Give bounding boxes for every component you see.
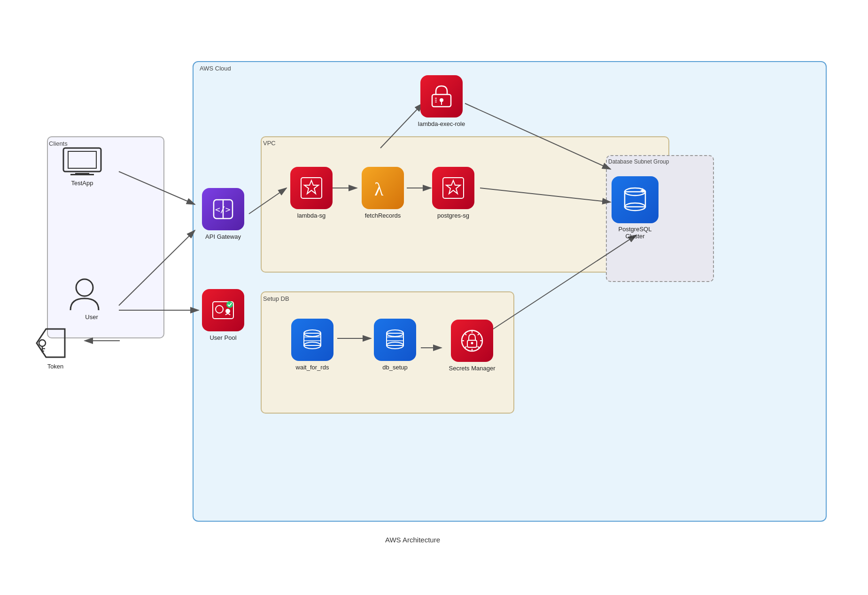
api-gateway-icon: </>: [202, 188, 244, 230]
token-node: Token: [32, 324, 70, 364]
setup-db-label: Setup DB: [263, 295, 289, 302]
architecture-diagram: AWS Cloud Clients VPC Setup DB Database …: [0, 0, 868, 595]
testapp-node: TestApp: [61, 146, 103, 180]
lambda-exec-role-icon: [420, 75, 463, 117]
user-label: User: [66, 313, 117, 321]
postgresql-cluster-icon: ✦: [612, 176, 659, 223]
db-setup-label: db_setup: [369, 364, 421, 371]
lambda-exec-role-label: lambda-exec-role: [416, 120, 467, 127]
lambda-sg-icon: [290, 167, 333, 209]
user-pool-icon: [202, 289, 244, 331]
postgres-sg-label: postgres-sg: [427, 212, 479, 219]
svg-point-45: [471, 342, 473, 344]
secrets-manager-label: Secrets Manager: [446, 365, 498, 372]
vpc-label: VPC: [263, 140, 276, 147]
svg-point-7: [39, 340, 46, 346]
svg-line-53: [465, 346, 466, 348]
svg-point-24: [440, 98, 443, 102]
fetch-records-label: fetchRecords: [357, 212, 409, 219]
svg-line-51: [478, 346, 480, 348]
svg-line-50: [465, 333, 466, 335]
postgresql-cluster-label: PostgreSQL Cluster: [609, 226, 661, 240]
svg-line-52: [478, 333, 480, 335]
api-gateway-label: API Gateway: [197, 233, 249, 240]
fetch-records-icon: λ: [362, 167, 404, 209]
svg-marker-19: [304, 180, 318, 194]
svg-point-17: [226, 301, 233, 308]
svg-rect-3: [68, 151, 96, 168]
user-node: User: [68, 277, 101, 314]
token-label: Token: [30, 363, 81, 370]
svg-text:</>: </>: [215, 204, 231, 214]
svg-point-15: [216, 305, 223, 313]
svg-rect-39: [387, 333, 403, 345]
lambda-sg-label: lambda-sg: [286, 212, 337, 219]
svg-marker-22: [446, 180, 460, 194]
user-icon: [68, 277, 101, 313]
testapp-icon: [61, 146, 103, 179]
testapp-label: TestApp: [56, 180, 108, 187]
svg-text:✦: ✦: [639, 186, 646, 196]
user-pool-label: User Pool: [197, 334, 249, 341]
svg-point-16: [225, 309, 230, 313]
db-subnet-label: Database Subnet Group: [608, 158, 669, 165]
svg-rect-34: [304, 333, 321, 345]
aws-cloud-label: AWS Cloud: [200, 65, 231, 72]
diagram-title: AWS Architecture: [385, 536, 440, 544]
db-setup-icon: [374, 319, 416, 361]
token-icon: [32, 324, 70, 362]
secrets-manager-icon: [451, 320, 493, 362]
wait-for-rds-label: wait_for_rds: [287, 364, 338, 371]
svg-rect-5: [70, 174, 94, 175]
postgres-sg-icon: [432, 167, 474, 209]
wait-for-rds-icon: [291, 319, 333, 361]
svg-point-6: [76, 279, 93, 296]
svg-text:λ: λ: [374, 179, 384, 200]
